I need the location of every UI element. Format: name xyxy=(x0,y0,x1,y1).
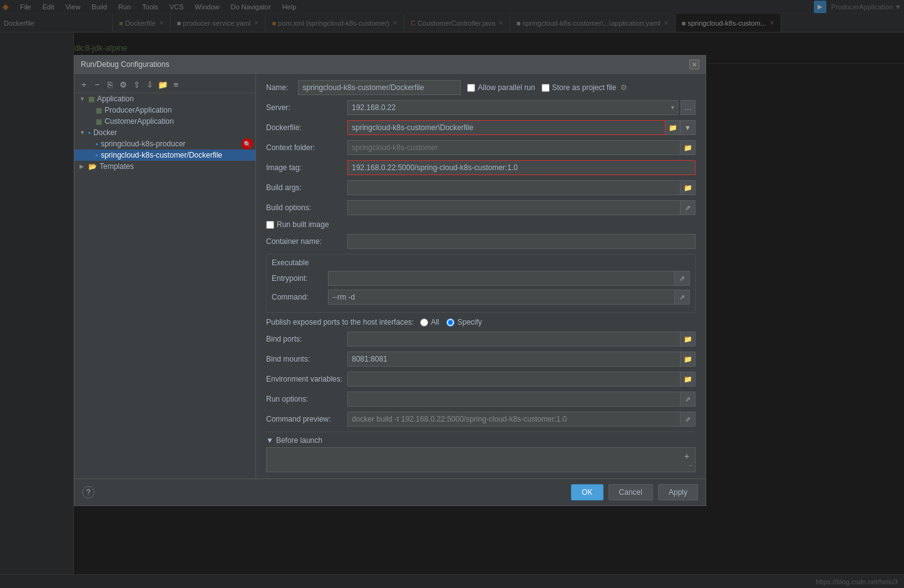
context-folder-label: Context folder: xyxy=(266,143,347,152)
templates-folder-icon: 📂 xyxy=(88,163,97,171)
dockerfile-dropdown-button[interactable]: ▼ xyxy=(681,120,696,135)
before-launch-header: ▼ Before launch xyxy=(266,436,696,445)
tree-producer-app[interactable]: ▦ ProducerApplication xyxy=(74,104,255,116)
server-more-button[interactable]: … xyxy=(681,100,696,115)
image-tag-row: Image tag: xyxy=(266,160,696,175)
run-options-row: Run options: ⇗ xyxy=(266,392,696,407)
bind-ports-label: Bind ports: xyxy=(266,335,347,343)
command-input[interactable] xyxy=(328,290,675,305)
add-config-button[interactable]: + xyxy=(78,79,90,90)
arrow-collapse-icon[interactable]: ▼ xyxy=(266,436,274,445)
env-vars-input[interactable] xyxy=(347,372,681,387)
allow-parallel-checkbox[interactable] xyxy=(467,84,475,92)
build-options-input[interactable] xyxy=(347,200,681,215)
producer-docker-icon: ▪ xyxy=(96,140,98,148)
entrypoint-input[interactable] xyxy=(328,271,675,286)
bind-mounts-input[interactable] xyxy=(347,352,681,367)
bind-ports-input-group: 📁 xyxy=(347,332,696,347)
server-select-wrapper: 192.168.0.22 ▼ xyxy=(347,100,678,115)
entrypoint-input-group: ⇗ xyxy=(328,271,690,286)
build-options-label: Build options: xyxy=(266,203,347,212)
build-options-input-group: ⇗ xyxy=(347,200,696,215)
bind-ports-input[interactable] xyxy=(347,332,681,347)
name-input[interactable] xyxy=(298,80,461,95)
folder-icon6: 📁 xyxy=(684,375,692,383)
producer-app-icon: ▦ xyxy=(96,106,102,114)
command-preview-expand-button[interactable]: ⇗ xyxy=(681,412,696,427)
command-preview-input-group: ⇗ xyxy=(347,412,696,427)
build-args-row: Build args: 📁 xyxy=(266,180,696,195)
run-built-image-checkbox[interactable] xyxy=(266,221,274,229)
tree-customer-app[interactable]: ▦ CustomerApplication xyxy=(74,116,255,127)
copy-config-button[interactable]: ⎘ xyxy=(105,79,116,90)
container-name-input[interactable] xyxy=(347,234,696,249)
store-project-checkbox[interactable] xyxy=(542,84,550,92)
command-label: Command: xyxy=(272,293,328,302)
context-folder-browse-button[interactable]: 📁 xyxy=(681,140,696,155)
apply-button[interactable]: Apply xyxy=(658,484,698,500)
run-options-expand-button[interactable]: ⇗ xyxy=(681,392,696,407)
tree-producer-docker[interactable]: ▪ springcloud-k8s-producer 🔍 xyxy=(74,138,255,150)
customer-docker-icon: ▪ xyxy=(96,151,98,159)
sort-button[interactable]: ≡ xyxy=(170,79,182,90)
bind-ports-row: Bind ports: 📁 xyxy=(266,332,696,347)
radio-all[interactable] xyxy=(420,318,428,327)
publish-ports-label: Publish exposed ports to the host interf… xyxy=(266,318,414,327)
folder-open-icon2: 📁 xyxy=(684,144,692,152)
build-args-browse-button[interactable]: 📁 xyxy=(681,180,696,195)
radio-all-label: All xyxy=(420,318,439,327)
build-args-input-group: 📁 xyxy=(347,180,696,195)
executable-section: Executable Entrypoint: ⇗ Command: xyxy=(266,254,696,313)
customer-app-icon: ▦ xyxy=(96,118,102,126)
expand-icon: ⇗ xyxy=(685,204,691,212)
command-preview-label: Command preview: xyxy=(266,415,347,423)
command-expand-button[interactable]: ⇗ xyxy=(675,290,690,305)
remove-config-button[interactable]: − xyxy=(91,79,103,90)
image-tag-input[interactable] xyxy=(347,160,696,175)
gear-settings-icon[interactable]: ⚙ xyxy=(620,83,627,92)
cancel-button[interactable]: Cancel xyxy=(609,484,653,500)
tree-customer-dockerfile[interactable]: ▪ springcloud-k8s-customer/Dockerfile xyxy=(74,150,255,161)
ok-button[interactable]: OK xyxy=(571,484,603,500)
chevron-down-icon2: ▼ xyxy=(684,124,691,131)
env-vars-browse-button[interactable]: 📁 xyxy=(681,372,696,387)
arrow-down-button[interactable]: ⇩ xyxy=(144,79,155,90)
container-name-row: Container name: xyxy=(266,234,696,249)
before-launch-placeholder xyxy=(269,445,684,469)
dockerfile-input[interactable] xyxy=(347,120,665,135)
run-options-input[interactable] xyxy=(347,392,681,407)
name-label: Name: xyxy=(266,83,288,92)
build-options-expand-button[interactable]: ⇗ xyxy=(681,200,696,215)
run-built-image-row: Run built image xyxy=(266,220,696,229)
tree-application[interactable]: ▼ ▦ Application xyxy=(74,93,255,104)
bind-mounts-browse-button[interactable]: 📁 xyxy=(681,352,696,367)
radio-specify[interactable] xyxy=(446,318,455,327)
build-options-row: Build options: ⇗ xyxy=(266,200,696,215)
store-project-checkbox-label: Store as project file ⚙ xyxy=(542,83,628,92)
server-select[interactable]: 192.168.0.22 xyxy=(347,100,678,115)
help-button[interactable]: ? xyxy=(82,486,95,499)
tree-docker[interactable]: ▼ ▪ Docker xyxy=(74,127,255,138)
server-row: Server: 192.168.0.22 ▼ … xyxy=(266,100,696,115)
context-folder-input[interactable] xyxy=(347,140,681,155)
server-label: Server: xyxy=(266,103,347,112)
arrow-right-icon: ▶ xyxy=(80,163,87,170)
dockerfile-label: Dockerfile: xyxy=(266,123,347,132)
build-args-input[interactable] xyxy=(347,180,681,195)
dialog-close-button[interactable]: ✕ xyxy=(689,59,699,69)
before-launch-title: ▼ Before launch xyxy=(266,436,322,445)
dockerfile-input-group: 📁 ▼ xyxy=(347,120,696,135)
tree-templates[interactable]: ▶ 📂 Templates xyxy=(74,161,255,172)
settings-button[interactable]: ⚙ xyxy=(118,79,129,90)
bind-ports-browse-button[interactable]: 📁 xyxy=(681,332,696,347)
folder-button[interactable]: 📁 xyxy=(157,79,168,90)
arrow-up-button[interactable]: ⇧ xyxy=(131,79,142,90)
entrypoint-expand-button[interactable]: ⇗ xyxy=(675,271,690,286)
before-launch-minus-button[interactable]: − xyxy=(689,462,692,469)
dockerfile-browse-button[interactable]: 📁 xyxy=(665,120,681,135)
arrow-down-icon: ▼ xyxy=(80,96,87,102)
dockerfile-row: Dockerfile: 📁 ▼ xyxy=(266,120,696,135)
dialog-footer: ? OK Cancel Apply xyxy=(74,479,706,505)
before-launch-section: ▼ Before launch + − xyxy=(266,432,696,472)
run-built-image-label: Run built image xyxy=(266,220,329,229)
